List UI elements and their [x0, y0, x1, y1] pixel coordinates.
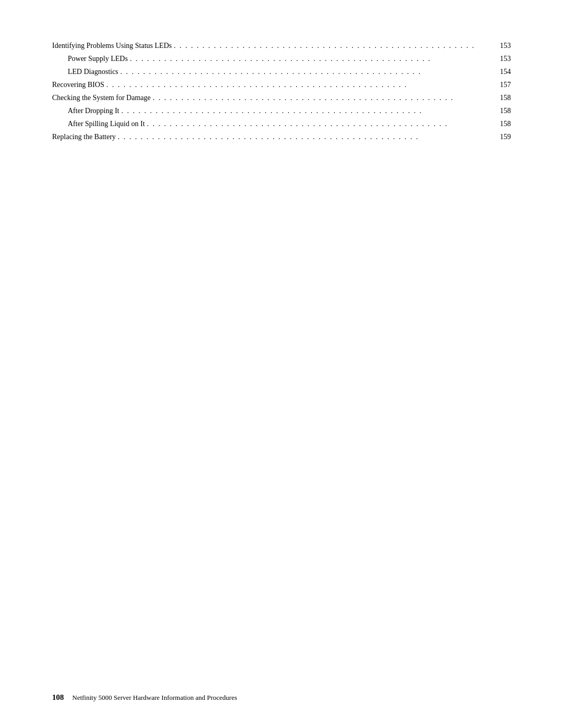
toc-entry-page: 158 [495, 94, 511, 102]
toc-dots: . . . . . . . . . . . . . . . . . . . . … [121, 107, 493, 117]
footer-title: Netfinity 5000 Server Hardware Informati… [72, 694, 237, 702]
toc-entry-page: 153 [495, 55, 511, 63]
toc-entry-page: 158 [495, 107, 511, 115]
toc-row: Recovering BIOS . . . . . . . . . . . . … [52, 81, 511, 91]
page-content: Identifying Problems Using Status LEDs .… [0, 0, 563, 728]
toc-entry-page: 159 [495, 133, 511, 141]
toc-row: Checking the System for Damage . . . . .… [52, 94, 511, 104]
toc-dots: . . . . . . . . . . . . . . . . . . . . … [118, 133, 493, 143]
toc-dots: . . . . . . . . . . . . . . . . . . . . … [130, 55, 493, 65]
toc-entry-label: After Spilling Liquid on It [52, 120, 145, 128]
toc-entry-label: Replacing the Battery [52, 133, 116, 141]
toc-row: Identifying Problems Using Status LEDs .… [52, 42, 511, 52]
toc-dots: . . . . . . . . . . . . . . . . . . . . … [153, 94, 493, 104]
toc-entry-label: Power Supply LEDs [52, 55, 128, 63]
toc-row: LED Diagnostics . . . . . . . . . . . . … [52, 68, 511, 78]
toc-row: Power Supply LEDs . . . . . . . . . . . … [52, 55, 511, 65]
toc-entry-label: LED Diagnostics [52, 68, 118, 76]
toc-entry-label: Checking the System for Damage [52, 94, 151, 102]
toc-entry-label: Identifying Problems Using Status LEDs [52, 42, 172, 50]
toc-dots: . . . . . . . . . . . . . . . . . . . . … [106, 81, 493, 91]
toc-entry-page: 154 [495, 68, 511, 76]
toc-dots: . . . . . . . . . . . . . . . . . . . . … [174, 42, 493, 52]
footer-page-number: 108 [52, 693, 64, 702]
toc-entry-label: After Dropping It [52, 107, 119, 115]
toc-row: After Spilling Liquid on It . . . . . . … [52, 120, 511, 130]
toc-dots: . . . . . . . . . . . . . . . . . . . . … [120, 68, 493, 78]
toc-entry-page: 153 [495, 42, 511, 50]
toc-container: Identifying Problems Using Status LEDs .… [52, 42, 511, 143]
toc-row: Replacing the Battery . . . . . . . . . … [52, 133, 511, 143]
toc-entry-page: 157 [495, 81, 511, 89]
toc-entry-label: Recovering BIOS [52, 81, 104, 89]
toc-row: After Dropping It . . . . . . . . . . . … [52, 107, 511, 117]
toc-dots: . . . . . . . . . . . . . . . . . . . . … [147, 120, 493, 130]
toc-entry-page: 158 [495, 120, 511, 128]
footer: 108 Netfinity 5000 Server Hardware Infor… [52, 693, 511, 702]
